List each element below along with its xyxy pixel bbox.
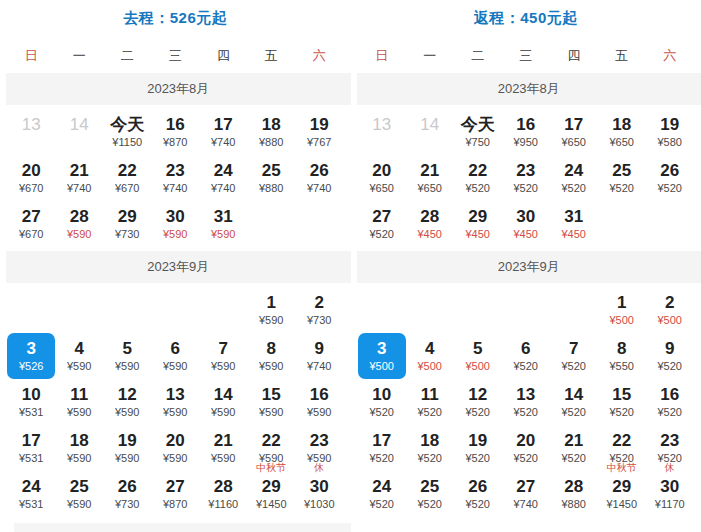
calendar-day[interactable]: 1¥590	[247, 287, 295, 333]
calendar-day[interactable]: 22¥670	[103, 155, 151, 201]
calendar-day[interactable]: 今天¥750	[454, 109, 502, 155]
calendar-day[interactable]: 25¥520	[598, 155, 646, 201]
calendar-day[interactable]: 7¥590	[199, 333, 247, 379]
calendar-day[interactable]: 27¥740	[502, 471, 550, 517]
calendar-day[interactable]: 4¥500	[406, 333, 454, 379]
calendar-day[interactable]: 13¥590	[151, 379, 199, 425]
calendar-day[interactable]: 5¥590	[103, 333, 151, 379]
price-label: ¥520	[418, 406, 442, 419]
calendar-day[interactable]: 21¥650	[406, 155, 454, 201]
calendar-day[interactable]: 18¥880	[247, 109, 295, 155]
calendar-day[interactable]: 8¥550	[598, 333, 646, 379]
day-number: 25	[420, 477, 439, 497]
calendar-day[interactable]: 26¥730	[103, 471, 151, 517]
calendar-day[interactable]: 30¥450	[502, 201, 550, 247]
calendar-day[interactable]: 16¥870	[151, 109, 199, 155]
calendar-day[interactable]: 19¥767	[295, 109, 343, 155]
calendar-day[interactable]: 14¥520	[550, 379, 598, 425]
calendar-day[interactable]: 8¥590	[247, 333, 295, 379]
calendar-day[interactable]: 14¥590	[199, 379, 247, 425]
calendar-day[interactable]: 23¥740	[151, 155, 199, 201]
calendar-day[interactable]: 25¥520	[406, 471, 454, 517]
calendar-day[interactable]: 11¥520	[406, 379, 454, 425]
calendar-day[interactable]: 9¥740	[295, 333, 343, 379]
calendar-day[interactable]: 休30¥1170	[646, 471, 694, 517]
calendar-day[interactable]: 21¥590	[199, 425, 247, 471]
calendar-day[interactable]: 24¥520	[358, 471, 406, 517]
day-number: 10	[22, 385, 41, 405]
day-number: 13	[22, 115, 41, 135]
calendar-day[interactable]: 16¥950	[502, 109, 550, 155]
calendar-day[interactable]: 2¥730	[295, 287, 343, 333]
calendar-day[interactable]: 1¥500	[598, 287, 646, 333]
calendar-day[interactable]: 10¥520	[358, 379, 406, 425]
empty-cell	[103, 287, 151, 333]
calendar-day[interactable]: 中秋节29¥1450	[598, 471, 646, 517]
calendar-day[interactable]: 21¥740	[55, 155, 103, 201]
calendar-day[interactable]: 12¥520	[454, 379, 502, 425]
calendar-day[interactable]: 19¥580	[646, 109, 694, 155]
calendar-day[interactable]: 20¥590	[151, 425, 199, 471]
calendar-day[interactable]: 27¥870	[151, 471, 199, 517]
calendar-day[interactable]: 24¥520	[550, 155, 598, 201]
calendar-day[interactable]: 27¥520	[358, 201, 406, 247]
calendar-day[interactable]: 24¥740	[199, 155, 247, 201]
day-number: 24	[214, 161, 233, 181]
calendar-day[interactable]: 11¥590	[55, 379, 103, 425]
calendar-day[interactable]: 25¥880	[247, 155, 295, 201]
calendar-day[interactable]: 23¥520	[502, 155, 550, 201]
day-number: 27	[22, 207, 41, 227]
calendar-day[interactable]: 6¥590	[151, 333, 199, 379]
day-number: 17	[214, 115, 233, 135]
calendar-day[interactable]: 17¥520	[358, 425, 406, 471]
calendar-day[interactable]: 4¥590	[55, 333, 103, 379]
calendar-day[interactable]: 31¥590	[199, 201, 247, 247]
calendar-day[interactable]: 7¥520	[550, 333, 598, 379]
calendar-day[interactable]: 18¥650	[598, 109, 646, 155]
calendar-day[interactable]: 16¥520	[646, 379, 694, 425]
weekday-label: 日	[358, 47, 406, 65]
calendar-day[interactable]: 中秋节29¥1450	[247, 471, 295, 517]
calendar-day[interactable]: 30¥590	[151, 201, 199, 247]
calendar-day[interactable]: 26¥740	[295, 155, 343, 201]
calendar-day[interactable]: 15¥590	[247, 379, 295, 425]
calendar-day[interactable]: 2¥500	[646, 287, 694, 333]
calendar-day[interactable]: 20¥650	[358, 155, 406, 201]
calendar-day[interactable]: 26¥520	[646, 155, 694, 201]
calendar-day[interactable]: 28¥450	[406, 201, 454, 247]
calendar-day[interactable]: 12¥590	[103, 379, 151, 425]
calendar-day[interactable]: 21¥520	[550, 425, 598, 471]
calendar-day[interactable]: 5¥500	[454, 333, 502, 379]
calendar-day[interactable]: 今天¥1150	[103, 109, 151, 155]
calendar-day[interactable]: 26¥520	[454, 471, 502, 517]
calendar-day[interactable]: 25¥590	[55, 471, 103, 517]
calendar-day[interactable]: 19¥590	[103, 425, 151, 471]
calendar-day[interactable]: 24¥531	[7, 471, 55, 517]
calendar-day[interactable]: 20¥670	[7, 155, 55, 201]
calendar-day[interactable]: 29¥450	[454, 201, 502, 247]
calendar-day[interactable]: 6¥520	[502, 333, 550, 379]
calendar-day[interactable]: 20¥520	[502, 425, 550, 471]
calendar-day[interactable]: 17¥650	[550, 109, 598, 155]
calendar-day[interactable]: 28¥880	[550, 471, 598, 517]
calendar-day[interactable]: 22¥520	[454, 155, 502, 201]
calendar-day[interactable]: 19¥520	[454, 425, 502, 471]
calendar-day[interactable]: 28¥590	[55, 201, 103, 247]
calendar-day[interactable]: 28¥1160	[199, 471, 247, 517]
calendar-day-selected[interactable]: 3¥500	[358, 333, 406, 379]
calendar-day[interactable]: 休30¥1030	[295, 471, 343, 517]
calendar-day[interactable]: 17¥531	[7, 425, 55, 471]
calendar-day[interactable]: 9¥520	[646, 333, 694, 379]
calendar-day[interactable]: 29¥730	[103, 201, 151, 247]
calendar-day[interactable]: 18¥590	[55, 425, 103, 471]
calendar-day-selected[interactable]: 3¥526	[7, 333, 55, 379]
calendar-day[interactable]: 31¥450	[550, 201, 598, 247]
calendar-day[interactable]: 16¥590	[295, 379, 343, 425]
calendar-day[interactable]: 27¥670	[7, 201, 55, 247]
calendar-day[interactable]: 18¥520	[406, 425, 454, 471]
calendar-day[interactable]: 17¥740	[199, 109, 247, 155]
month-grid: 1314今天¥75016¥95017¥65018¥65019¥58020¥650…	[358, 105, 694, 251]
calendar-day[interactable]: 15¥520	[598, 379, 646, 425]
calendar-day[interactable]: 10¥531	[7, 379, 55, 425]
calendar-day[interactable]: 13¥520	[502, 379, 550, 425]
